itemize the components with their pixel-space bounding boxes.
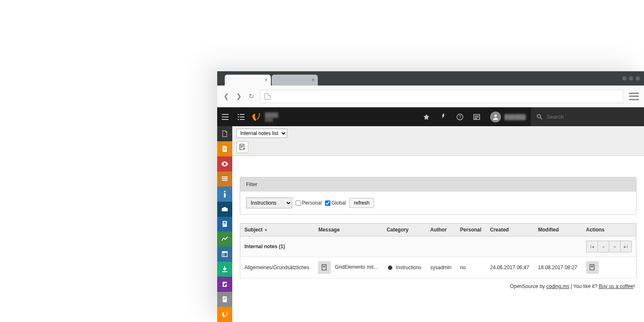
svg-rect-38 <box>223 299 226 299</box>
page-last-button[interactable]: ▸I <box>620 241 632 252</box>
sidebar-item-template[interactable] <box>217 247 232 262</box>
sidebar-item-form[interactable] <box>217 277 232 292</box>
svg-rect-46 <box>243 148 245 149</box>
sidebar-item-list[interactable] <box>217 171 232 187</box>
col-personal[interactable]: Personal <box>456 223 486 236</box>
svg-rect-29 <box>223 222 226 223</box>
pagination: I◂ « » ▸I <box>586 241 632 252</box>
page-next-button[interactable]: » <box>609 241 621 252</box>
filter-personal-checkbox[interactable] <box>296 200 301 206</box>
svg-rect-39 <box>223 299 225 300</box>
svg-line-17 <box>540 118 542 119</box>
window-dot[interactable] <box>629 76 633 80</box>
opendocs-icon[interactable] <box>468 107 485 126</box>
sidebar-item-stats[interactable] <box>217 231 232 247</box>
module-select[interactable]: Internal notes list <box>236 129 287 138</box>
close-icon[interactable]: × <box>265 77 267 83</box>
svg-rect-13 <box>475 117 479 118</box>
sidebar-item-func[interactable] <box>217 202 232 217</box>
forward-icon[interactable]: ❯ <box>235 92 242 100</box>
col-author[interactable]: Author <box>426 223 456 236</box>
search-icon <box>537 114 543 120</box>
svg-rect-41 <box>241 145 243 146</box>
close-icon[interactable]: × <box>312 77 314 83</box>
help-icon[interactable]: ? <box>452 107 468 126</box>
svg-rect-12 <box>475 116 479 117</box>
footer-link-coffee[interactable]: Buy us a coffee <box>599 283 634 289</box>
svg-rect-47 <box>322 265 326 270</box>
cell-personal: no <box>456 257 486 278</box>
back-icon[interactable]: ❮ <box>222 92 230 100</box>
svg-rect-14 <box>475 118 477 119</box>
svg-rect-20 <box>223 150 225 150</box>
sidebar-item-notes[interactable] <box>217 292 232 307</box>
svg-rect-51 <box>591 266 593 266</box>
user-menu[interactable]: ██████ <box>485 107 531 126</box>
typo3-logo-icon <box>252 112 261 122</box>
browser-tab-active[interactable]: × <box>225 75 271 86</box>
page-first-button[interactable]: I◂ <box>586 241 598 252</box>
search-box[interactable] <box>531 107 644 126</box>
browser-menu-icon[interactable] <box>629 93 639 100</box>
filter-global-checkbox[interactable] <box>325 200 330 206</box>
filter-global-checkbox-label[interactable]: Global <box>325 200 346 206</box>
cell-message: GridElements mit... <box>314 257 382 278</box>
col-modified[interactable]: Modified <box>534 223 582 236</box>
address-bar[interactable] <box>260 90 624 103</box>
svg-rect-37 <box>223 298 226 298</box>
cell-author: sysadmin <box>426 257 456 278</box>
page-prev-button[interactable]: « <box>597 241 609 252</box>
col-created[interactable]: Created <box>486 223 534 236</box>
svg-rect-22 <box>222 178 228 179</box>
svg-rect-30 <box>223 223 226 223</box>
sidebar-item-about[interactable] <box>217 307 232 322</box>
refresh-button[interactable]: refresh <box>349 198 374 208</box>
edit-button[interactable] <box>586 261 599 274</box>
cell-created: 24.06.2017 06:47 <box>486 257 534 278</box>
svg-rect-42 <box>241 146 243 147</box>
filter-title: Filter <box>240 177 636 192</box>
gear-icon <box>387 265 394 270</box>
svg-rect-50 <box>590 265 594 270</box>
window-dot[interactable] <box>622 76 626 80</box>
doc-header: Internal notes list <box>232 126 644 156</box>
window-dot[interactable] <box>636 76 640 80</box>
cell-modified: 18.08.2017 08:27 <box>534 257 582 278</box>
svg-text:?: ? <box>459 115 461 119</box>
footer-link-coding[interactable]: coding.ms <box>546 283 569 289</box>
col-message[interactable]: Message <box>314 223 382 236</box>
bookmark-icon[interactable] <box>418 107 435 126</box>
browser-tab-inactive[interactable]: × <box>272 75 318 86</box>
cell-category: Instructions <box>382 257 426 278</box>
group-title: Internal notes (1) <box>240 236 582 257</box>
sidebar-item-news[interactable] <box>217 217 232 232</box>
svg-rect-35 <box>222 271 227 272</box>
sidebar-item-page[interactable] <box>217 126 232 141</box>
new-record-button[interactable] <box>236 141 248 153</box>
reload-icon[interactable]: ↻ <box>247 92 255 100</box>
collapse-modules-button[interactable] <box>217 107 233 126</box>
cache-icon[interactable] <box>435 107 452 126</box>
svg-rect-0 <box>222 114 229 115</box>
col-category[interactable]: Category <box>382 223 426 236</box>
app-topbar: ███████ ? ██████ <box>217 107 644 126</box>
svg-rect-27 <box>223 207 226 208</box>
sidebar-item-download[interactable] <box>217 262 232 277</box>
cell-actions <box>582 257 636 278</box>
sidebar-item-view[interactable] <box>217 156 232 171</box>
sidebar-item-info[interactable] <box>217 187 232 202</box>
svg-rect-25 <box>224 193 226 197</box>
col-subject[interactable]: Subject ▼ <box>240 223 314 236</box>
filter-personal-checkbox-label[interactable]: Personal <box>296 200 322 206</box>
brand-text: ███████ <box>265 112 278 122</box>
sidebar-item-content[interactable] <box>217 141 232 156</box>
notes-table: Subject ▼ Message Category Author Person… <box>240 223 636 278</box>
page-icon <box>265 93 270 100</box>
filter-category-select[interactable]: Instructions <box>246 197 292 208</box>
pagetree-toggle-button[interactable] <box>233 107 249 126</box>
search-input[interactable] <box>547 114 638 120</box>
svg-rect-8 <box>240 119 244 120</box>
user-name: ██████ <box>504 114 526 120</box>
module-sidebar <box>217 126 232 322</box>
footer: OpenSource by coding.ms | You like it? B… <box>240 278 636 294</box>
